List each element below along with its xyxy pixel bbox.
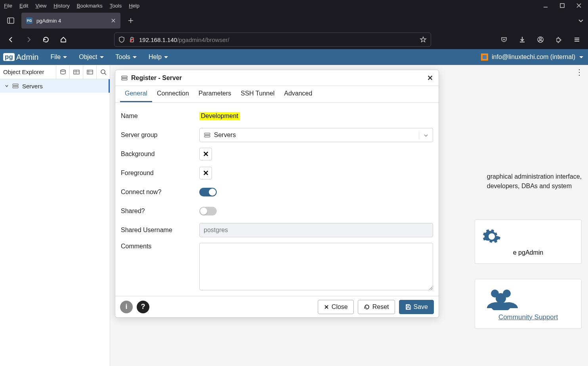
nav-bar: 192.168.1.140/pgadmin4/browser/ (0, 30, 588, 49)
label-shared: Shared? (121, 208, 195, 215)
filter-icon[interactable] (83, 65, 96, 79)
pg-user-menu[interactable]: info@linuxtechi.com (internal) (481, 53, 588, 61)
shared-toggle[interactable] (199, 207, 217, 215)
tab-connection[interactable]: Connection (152, 86, 194, 102)
menu-history[interactable]: History (53, 3, 69, 9)
tree-node-label: Servers (22, 83, 43, 90)
user-label: info@linuxtechi.com (internal) (492, 53, 575, 61)
foreground-color-button[interactable]: ✕ (199, 167, 212, 179)
window-close-icon[interactable] (576, 3, 582, 8)
menu-view[interactable]: View (35, 3, 46, 9)
svg-rect-29 (13, 86, 18, 88)
menu-help[interactable]: Help (129, 3, 139, 9)
search-icon[interactable] (96, 65, 110, 79)
svg-rect-40 (407, 305, 409, 306)
svg-point-32 (496, 293, 506, 303)
connect-now-toggle[interactable] (199, 188, 217, 196)
configure-panel[interactable]: e pgAdmin (475, 219, 582, 264)
tab-ssh-tunnel[interactable]: SSH Tunnel (236, 86, 279, 102)
server-group-select[interactable]: Servers (199, 128, 433, 142)
sidebar-toggle-icon[interactable] (4, 14, 17, 27)
svg-line-27 (105, 73, 106, 75)
community-panel[interactable]: Community Support (475, 279, 582, 329)
users-icon (482, 286, 574, 310)
svg-point-19 (61, 70, 65, 71)
object-explorer: Object Explorer Servers (0, 65, 110, 366)
chevron-down-icon (578, 53, 583, 61)
save-button[interactable]: Save (399, 300, 434, 314)
register-server-dialog: Register - Server ✕ General Connection P… (115, 70, 439, 318)
reload-button[interactable] (40, 33, 52, 46)
svg-rect-37 (204, 135, 210, 137)
info-button[interactable]: i (120, 301, 133, 313)
menu-edit[interactable]: Edit (19, 3, 28, 9)
browser-tab[interactable]: PG pgAdmin 4 (21, 13, 120, 29)
pocket-icon[interactable] (498, 33, 510, 46)
object-explorer-title: Object Explorer (0, 69, 47, 75)
tab-advanced[interactable]: Advanced (279, 86, 317, 102)
tab-bar: PG pgAdmin 4 (0, 11, 588, 30)
home-button[interactable] (57, 33, 70, 46)
forward-button[interactable] (22, 33, 35, 46)
svg-rect-4 (8, 18, 14, 23)
svg-rect-23 (87, 70, 93, 74)
window-maximize-icon[interactable] (559, 3, 565, 8)
save-icon (405, 304, 411, 310)
reset-button[interactable]: Reset (358, 300, 395, 314)
all-tabs-button[interactable] (578, 17, 584, 24)
new-tab-button[interactable] (124, 14, 137, 27)
pgadmin-header: pg Admin File Object Tools Help info@lin… (0, 49, 588, 65)
label-shared-username: Shared Username (121, 227, 195, 234)
window-minimize-icon[interactable] (543, 3, 548, 8)
dialog-close-icon[interactable]: ✕ (427, 74, 433, 82)
svg-rect-36 (204, 133, 210, 135)
bookmark-star-icon[interactable] (420, 36, 427, 43)
url-bar[interactable]: 192.168.1.140/pgadmin4/browser/ (114, 32, 431, 47)
query-tool-icon[interactable] (56, 65, 69, 79)
server-icon (121, 75, 128, 81)
downloads-icon[interactable] (516, 33, 529, 46)
shared-username-input (199, 223, 433, 237)
label-background: Background (121, 151, 195, 158)
insecure-lock-icon[interactable] (129, 36, 135, 43)
tab-parameters[interactable]: Parameters (194, 86, 236, 102)
label-server-group: Server group (121, 132, 195, 139)
pgadmin-logo[interactable]: pg Admin (3, 53, 38, 62)
server-group-icon (12, 83, 19, 89)
background-color-button[interactable]: ✕ (199, 148, 212, 160)
menu-tools[interactable]: Tools (110, 3, 122, 9)
view-data-icon[interactable] (69, 65, 83, 79)
tab-general[interactable]: General (120, 86, 152, 102)
comments-input[interactable] (199, 243, 433, 290)
pg-menu-help[interactable]: Help (149, 53, 168, 61)
community-support-link[interactable]: Community Support (498, 313, 558, 321)
dialog-tabs: General Connection Parameters SSH Tunnel… (115, 86, 439, 103)
pg-menu-file[interactable]: File (50, 53, 67, 61)
svg-rect-35 (122, 78, 127, 80)
svg-rect-34 (122, 76, 127, 78)
close-icon (324, 304, 329, 310)
tab-close-icon[interactable] (111, 18, 116, 23)
menu-bookmarks[interactable]: Bookmarks (77, 3, 103, 9)
pg-menu-tools[interactable]: Tools (116, 53, 137, 61)
extensions-icon[interactable] (552, 33, 565, 46)
tree-collapse-icon[interactable] (5, 84, 9, 88)
help-button[interactable]: ? (137, 301, 149, 313)
tree-node-servers[interactable]: Servers (0, 79, 110, 93)
back-button[interactable] (5, 33, 17, 46)
label-name: Name (121, 112, 195, 120)
close-button[interactable]: Close (318, 300, 354, 314)
panel-menu-icon[interactable]: ⋮ (575, 67, 582, 77)
label-foreground: Foreground (121, 170, 195, 177)
chevron-down-icon (419, 132, 429, 139)
pg-menu-object[interactable]: Object (79, 53, 103, 61)
menu-file[interactable]: File (4, 3, 12, 9)
user-badge-icon (481, 53, 489, 61)
tracking-shield-icon[interactable] (118, 36, 125, 43)
configure-link[interactable]: e pgAdmin (513, 249, 544, 256)
account-icon[interactable] (534, 33, 547, 46)
name-input[interactable]: Development (199, 112, 433, 120)
label-comments: Comments (121, 243, 195, 250)
app-menu-icon[interactable] (571, 33, 583, 46)
server-group-icon (204, 132, 211, 138)
